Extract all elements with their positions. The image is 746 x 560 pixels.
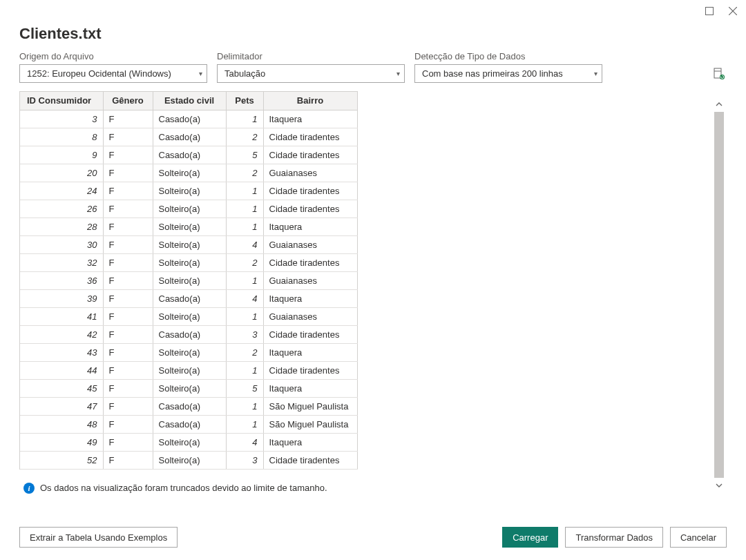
column-header[interactable]: Pets bbox=[226, 92, 263, 110]
table-row[interactable]: 39FCasado(a)4Itaquera bbox=[20, 289, 357, 307]
table-row[interactable]: 48FCasado(a)1São Miguel Paulista bbox=[20, 415, 357, 433]
cell: 4 bbox=[226, 433, 263, 451]
cell: 1 bbox=[226, 415, 263, 433]
cell: Solteiro(a) bbox=[153, 218, 226, 235]
table-row[interactable]: 24FSolteiro(a)1Cidade tiradentes bbox=[20, 182, 357, 200]
column-header[interactable]: Estado civil bbox=[153, 92, 226, 110]
cell: 44 bbox=[20, 361, 103, 379]
table-row[interactable]: 20FSolteiro(a)2Guaianases bbox=[20, 164, 357, 182]
svg-rect-0 bbox=[706, 8, 714, 15]
chevron-down-icon: ▾ bbox=[396, 70, 400, 77]
cell: Casado(a) bbox=[153, 128, 226, 146]
cell: F bbox=[103, 253, 153, 271]
cell: F bbox=[103, 146, 153, 164]
cell: 43 bbox=[20, 343, 103, 361]
cell: F bbox=[103, 164, 153, 182]
scroll-down-icon[interactable] bbox=[713, 479, 725, 492]
cell: F bbox=[103, 343, 153, 361]
table-row[interactable]: 36FSolteiro(a)1Guaianases bbox=[20, 271, 357, 289]
cell: Itaquera bbox=[263, 343, 357, 361]
info-message: Os dados na visualização foram truncados… bbox=[40, 483, 327, 493]
cell: F bbox=[103, 379, 153, 397]
origin-value: 1252: Europeu Ocidental (Windows) bbox=[27, 68, 171, 79]
table-row[interactable]: 8FCasado(a)2Cidade tiradentes bbox=[20, 128, 357, 146]
cell: Cidade tiradentes bbox=[263, 361, 357, 379]
cell: 4 bbox=[226, 289, 263, 307]
cell: Cidade tiradentes bbox=[263, 200, 357, 218]
table-row[interactable]: 52FSolteiro(a)3Cidade tiradentes bbox=[20, 451, 357, 469]
cell: F bbox=[103, 110, 153, 128]
cell: 2 bbox=[226, 164, 263, 182]
chevron-down-icon: ▾ bbox=[594, 70, 597, 77]
maximize-icon[interactable] bbox=[700, 2, 718, 20]
table-row[interactable]: 42FCasado(a)3Cidade tiradentes bbox=[20, 325, 357, 343]
cell: Solteiro(a) bbox=[153, 361, 226, 379]
cancel-button[interactable]: Cancelar bbox=[670, 527, 727, 548]
cell: 52 bbox=[20, 451, 103, 469]
cell: Solteiro(a) bbox=[153, 379, 226, 397]
table-row[interactable]: 32FSolteiro(a)2Cidade tiradentes bbox=[20, 253, 357, 271]
detection-dropdown[interactable]: Com base nas primeiras 200 linhas ▾ bbox=[414, 64, 602, 83]
cell: 4 bbox=[226, 235, 263, 253]
delimiter-dropdown[interactable]: Tabulação ▾ bbox=[217, 64, 405, 83]
cell: 49 bbox=[20, 433, 103, 451]
column-header[interactable]: ID Consumidor bbox=[20, 92, 103, 110]
cell: F bbox=[103, 307, 153, 325]
origin-dropdown[interactable]: 1252: Europeu Ocidental (Windows) ▾ bbox=[19, 64, 207, 83]
cell: Solteiro(a) bbox=[153, 253, 226, 271]
cell: Casado(a) bbox=[153, 397, 226, 415]
load-button[interactable]: Carregar bbox=[502, 527, 558, 548]
cell: 1 bbox=[226, 397, 263, 415]
scroll-track[interactable] bbox=[714, 112, 724, 478]
detection-value: Com base nas primeiras 200 linhas bbox=[422, 68, 563, 79]
cell: 1 bbox=[226, 182, 263, 200]
table-row[interactable]: 26FSolteiro(a)1Cidade tiradentes bbox=[20, 200, 357, 218]
table-row[interactable]: 41FSolteiro(a)1Guaianases bbox=[20, 307, 357, 325]
table-row[interactable]: 28FSolteiro(a)1Itaquera bbox=[20, 218, 357, 235]
cell: F bbox=[103, 397, 153, 415]
table-row[interactable]: 49FSolteiro(a)4Itaquera bbox=[20, 433, 357, 451]
extract-table-button[interactable]: Extrair a Tabela Usando Exemplos bbox=[19, 527, 178, 548]
cell: F bbox=[103, 361, 153, 379]
scroll-thumb[interactable] bbox=[714, 112, 724, 478]
cell: 41 bbox=[20, 307, 103, 325]
table-row[interactable]: 47FCasado(a)1São Miguel Paulista bbox=[20, 397, 357, 415]
cell: Casado(a) bbox=[153, 289, 226, 307]
page-title: Clientes.txt bbox=[19, 25, 727, 43]
column-header[interactable]: Bairro bbox=[263, 92, 357, 110]
cell: Solteiro(a) bbox=[153, 182, 226, 200]
cell: Cidade tiradentes bbox=[263, 128, 357, 146]
detection-label: Detecção de Tipo de Dados bbox=[414, 51, 602, 61]
cell: Itaquera bbox=[263, 289, 357, 307]
cell: 39 bbox=[20, 289, 103, 307]
cell: 20 bbox=[20, 164, 103, 182]
table-row[interactable]: 43FSolteiro(a)2Itaquera bbox=[20, 343, 357, 361]
cell: 45 bbox=[20, 379, 103, 397]
cell: 30 bbox=[20, 235, 103, 253]
table-row[interactable]: 30FSolteiro(a)4Guaianases bbox=[20, 235, 357, 253]
cell: Solteiro(a) bbox=[153, 200, 226, 218]
cell: 2 bbox=[226, 253, 263, 271]
cell: 1 bbox=[226, 110, 263, 128]
table-row[interactable]: 9FCasado(a)5Cidade tiradentes bbox=[20, 146, 357, 164]
vertical-scrollbar[interactable] bbox=[713, 98, 725, 492]
column-from-example-icon[interactable] bbox=[713, 64, 727, 83]
close-icon[interactable] bbox=[724, 2, 742, 20]
cell: 36 bbox=[20, 271, 103, 289]
cell: Itaquera bbox=[263, 218, 357, 235]
scroll-up-icon[interactable] bbox=[713, 98, 725, 110]
cell: 1 bbox=[226, 218, 263, 235]
table-row[interactable]: 3FCasado(a)1Itaquera bbox=[20, 110, 357, 128]
cell: São Miguel Paulista bbox=[263, 397, 357, 415]
table-row[interactable]: 45FSolteiro(a)5Itaquera bbox=[20, 379, 357, 397]
cell: F bbox=[103, 235, 153, 253]
origin-label: Origem do Arquivo bbox=[19, 51, 207, 61]
cell: 9 bbox=[20, 146, 103, 164]
table-row[interactable]: 44FSolteiro(a)1Cidade tiradentes bbox=[20, 361, 357, 379]
cell: Guaianases bbox=[263, 235, 357, 253]
cell: 5 bbox=[226, 146, 263, 164]
cell: 3 bbox=[226, 325, 263, 343]
column-header[interactable]: Gênero bbox=[103, 92, 153, 110]
cell: 5 bbox=[226, 379, 263, 397]
transform-data-button[interactable]: Transformar Dados bbox=[565, 527, 663, 548]
